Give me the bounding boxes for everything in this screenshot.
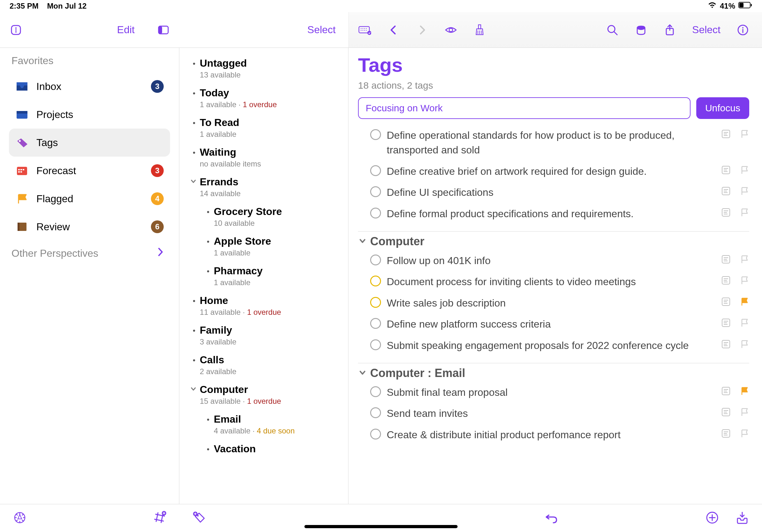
tag-list-item[interactable]: •To Read1 available — [188, 113, 339, 143]
tag-list-item[interactable]: Computer15 available · 1 overdue — [188, 380, 339, 410]
task-checkbox[interactable] — [370, 318, 381, 329]
unfocus-button-label: Unfocus — [705, 103, 740, 113]
search-icon[interactable] — [606, 24, 619, 36]
focus-field[interactable]: Focusing on Work — [358, 97, 691, 119]
task-row[interactable]: Define UI specifications — [358, 182, 749, 203]
keyboard-icon[interactable] — [358, 24, 371, 36]
task-row[interactable]: Submit final team proposal — [358, 382, 749, 403]
sidebar-toggle-icon[interactable] — [157, 24, 170, 36]
share-icon[interactable] — [663, 24, 676, 36]
flag-icon[interactable] — [740, 386, 749, 396]
task-row[interactable]: Create & distribute initial product perf… — [358, 424, 749, 445]
inspector-icon[interactable] — [635, 24, 648, 36]
sidebar-item-forecast[interactable]: Forecast3 — [9, 157, 170, 185]
tag-list-item[interactable]: •Email4 available · 4 due soon — [188, 410, 339, 439]
section-header[interactable]: Computer — [358, 231, 749, 248]
task-checkbox[interactable] — [370, 129, 381, 140]
task-row[interactable]: Define operational standards for how pro… — [358, 125, 749, 161]
task-checkbox[interactable] — [370, 254, 381, 265]
add-tag-icon[interactable] — [192, 511, 206, 526]
flag-icon[interactable] — [740, 254, 749, 264]
task-checkbox[interactable] — [370, 407, 381, 418]
flag-icon[interactable] — [740, 276, 749, 285]
task-row[interactable]: Define formal product specifications and… — [358, 203, 749, 224]
sidebar-badge: 3 — [151, 164, 164, 177]
chevron-down-icon[interactable] — [190, 385, 197, 394]
omnifocus-menu-icon[interactable] — [10, 24, 22, 36]
task-checkbox[interactable] — [370, 208, 381, 219]
task-checkbox[interactable] — [370, 186, 381, 197]
project-badge-icon[interactable] — [721, 429, 731, 438]
bullet-icon: • — [207, 208, 209, 217]
project-badge-icon[interactable] — [721, 386, 731, 396]
chevron-down-icon[interactable] — [190, 177, 197, 186]
tag-list-item[interactable]: •Family3 available — [188, 320, 339, 350]
select-button-middle[interactable]: Select — [307, 24, 336, 36]
tag-list-item[interactable]: •Apple Store1 available — [188, 232, 339, 261]
task-checkbox[interactable] — [370, 386, 381, 397]
project-badge-icon[interactable] — [721, 276, 731, 285]
task-checkbox[interactable] — [370, 429, 381, 439]
task-checkbox[interactable] — [370, 276, 381, 287]
svg-rect-31 — [21, 169, 22, 170]
tag-list-item[interactable]: •Untagged13 available — [188, 54, 339, 83]
tag-list-item[interactable]: •Calls2 available — [188, 350, 339, 380]
tag-list-item[interactable]: •Vacation — [188, 439, 339, 460]
task-row[interactable]: Send team invites — [358, 403, 749, 424]
project-badge-icon[interactable] — [721, 297, 731, 306]
flag-icon[interactable] — [740, 165, 749, 175]
flag-icon[interactable] — [740, 208, 749, 217]
task-checkbox[interactable] — [370, 297, 381, 308]
project-badge-icon[interactable] — [721, 254, 731, 264]
svg-rect-33 — [18, 171, 20, 172]
project-badge-icon[interactable] — [721, 318, 731, 328]
edit-button[interactable]: Edit — [117, 24, 135, 36]
task-checkbox[interactable] — [370, 339, 381, 350]
undo-icon[interactable] — [544, 511, 559, 526]
quick-entry-inbox-icon[interactable] — [735, 511, 749, 526]
task-row[interactable]: Document process for inviting clients to… — [358, 271, 749, 292]
project-badge-icon[interactable] — [721, 186, 731, 196]
flag-icon[interactable] — [740, 407, 749, 417]
tag-list-item[interactable]: •Home11 available · 1 overdue — [188, 291, 339, 320]
task-row[interactable]: Submit speaking engagement proposals for… — [358, 335, 749, 356]
tag-list-item[interactable]: Errands14 available — [188, 172, 339, 202]
sidebar-item-review[interactable]: Review6 — [9, 213, 170, 241]
task-row[interactable]: Define creative brief on artwork require… — [358, 161, 749, 182]
sidebar-item-projects[interactable]: Projects — [9, 100, 170, 129]
tag-list-item[interactable]: •Today1 available · 1 overdue — [188, 83, 339, 113]
back-icon[interactable] — [387, 24, 400, 36]
sidebar-item-tags[interactable]: Tags — [9, 129, 170, 157]
other-perspectives-row[interactable]: Other Perspectives — [9, 241, 170, 259]
select-button-right[interactable]: Select — [692, 24, 721, 36]
project-badge-icon[interactable] — [721, 165, 731, 175]
task-row[interactable]: Define new platform success criteria — [358, 313, 749, 335]
project-badge-icon[interactable] — [721, 407, 731, 417]
tag-list-item[interactable]: •Waitingno available items — [188, 143, 339, 172]
flag-icon[interactable] — [740, 339, 749, 349]
sidebar-item-flagged[interactable]: Flagged4 — [9, 185, 170, 213]
add-task-icon[interactable] — [705, 511, 719, 526]
unfocus-button[interactable]: Unfocus — [696, 97, 749, 119]
tag-list-item[interactable]: •Pharmacy1 available — [188, 261, 339, 291]
info-icon[interactable] — [736, 24, 749, 36]
section-header[interactable]: Computer : Email — [358, 363, 749, 380]
flag-icon[interactable] — [740, 129, 749, 139]
project-badge-icon[interactable] — [721, 339, 731, 349]
flag-icon[interactable] — [740, 186, 749, 196]
flag-icon[interactable] — [740, 429, 749, 438]
task-row[interactable]: Write sales job description — [358, 293, 749, 313]
flag-icon[interactable] — [740, 297, 749, 306]
eye-icon[interactable] — [444, 24, 457, 36]
sidebar-item-inbox[interactable]: Inbox3 — [9, 72, 170, 100]
project-badge-icon[interactable] — [721, 208, 731, 217]
task-row[interactable]: Follow up on 401K info — [358, 250, 749, 271]
task-checkbox[interactable] — [370, 165, 381, 176]
project-badge-icon[interactable] — [721, 129, 731, 139]
cleanup-brush-icon[interactable] — [473, 24, 486, 36]
tag-list-item[interactable]: •Grocery Store10 available — [188, 202, 339, 232]
add-perspective-icon[interactable] — [153, 511, 167, 526]
settings-gear-icon[interactable] — [13, 511, 27, 526]
flag-icon[interactable] — [740, 318, 749, 328]
svg-point-20 — [637, 26, 645, 30]
